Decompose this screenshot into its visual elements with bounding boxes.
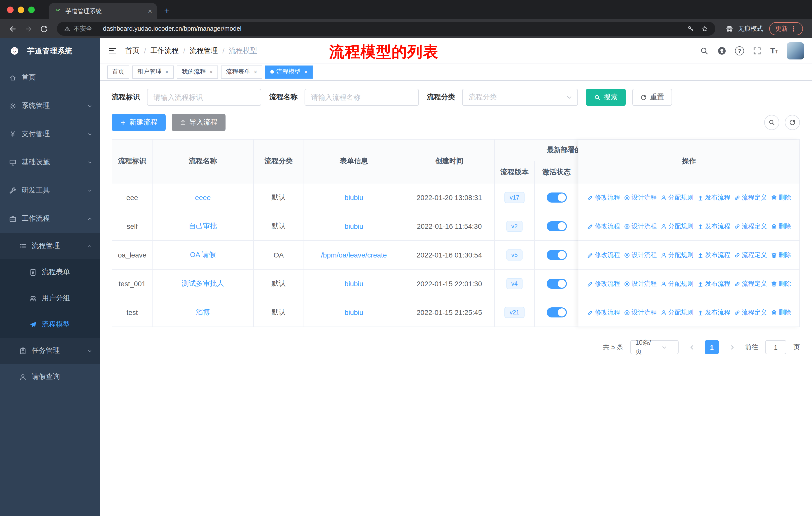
active-status-toggle[interactable]: [547, 307, 567, 318]
form-info-link[interactable]: biubiu: [345, 193, 364, 201]
help-icon[interactable]: ?: [735, 46, 744, 55]
search-button[interactable]: 搜索: [586, 89, 626, 106]
process-name-link[interactable]: eeee: [195, 193, 211, 201]
action-definition-link[interactable]: 流程定义: [734, 308, 767, 317]
sidebar-item-leave-query[interactable]: 请假查询: [0, 364, 100, 390]
window-maximize-button[interactable]: [28, 6, 35, 13]
action-delete-link[interactable]: 删除: [771, 222, 791, 230]
prev-page-button[interactable]: [686, 340, 698, 354]
process-name-link[interactable]: OA 请假: [190, 250, 216, 260]
tag-my-process[interactable]: 我的流程 ×: [177, 65, 218, 78]
action-design-link[interactable]: 设计流程: [624, 308, 657, 317]
refresh-table-button[interactable]: [785, 115, 800, 130]
process-category-select[interactable]: 流程分类: [462, 89, 578, 106]
update-button[interactable]: 更新 ⋮: [769, 22, 803, 35]
action-edit-link[interactable]: 修改流程: [587, 251, 620, 259]
action-delete-link[interactable]: 删除: [771, 251, 791, 259]
sidebar-item-user-group[interactable]: 用户分组: [0, 285, 100, 311]
action-definition-link[interactable]: 流程定义: [734, 193, 767, 202]
action-definition-link[interactable]: 流程定义: [734, 251, 767, 259]
action-assign-link[interactable]: 分配规则: [660, 193, 693, 202]
tab-close-icon[interactable]: ×: [148, 7, 152, 15]
action-design-link[interactable]: 设计流程: [624, 279, 657, 288]
close-icon[interactable]: ×: [254, 68, 257, 75]
search-icon[interactable]: [700, 46, 709, 55]
process-name-link[interactable]: 测试多审批人: [182, 279, 224, 288]
action-edit-link[interactable]: 修改流程: [587, 193, 620, 202]
sidebar-item-workflow[interactable]: 工作流程: [0, 205, 100, 233]
action-definition-link[interactable]: 流程定义: [734, 222, 767, 230]
action-assign-link[interactable]: 分配规则: [660, 251, 693, 259]
window-close-button[interactable]: [7, 6, 13, 13]
new-tab-button[interactable]: +: [164, 5, 170, 17]
toggle-search-button[interactable]: [764, 115, 779, 130]
action-publish-link[interactable]: 发布流程: [697, 251, 730, 259]
action-design-link[interactable]: 设计流程: [624, 193, 657, 202]
reset-button[interactable]: 重置: [632, 89, 672, 106]
back-icon[interactable]: [8, 24, 17, 33]
active-status-toggle[interactable]: [547, 250, 567, 260]
process-key-input[interactable]: [147, 89, 261, 106]
github-icon[interactable]: [717, 46, 726, 55]
action-delete-link[interactable]: 删除: [771, 308, 791, 317]
action-edit-link[interactable]: 修改流程: [587, 222, 620, 230]
tag-process-model[interactable]: 流程模型 ×: [265, 65, 313, 78]
security-label[interactable]: 不安全: [74, 24, 92, 33]
goto-page-input[interactable]: [765, 340, 786, 354]
password-key-icon[interactable]: [687, 25, 694, 32]
action-design-link[interactable]: 设计流程: [624, 222, 657, 230]
reload-icon[interactable]: [40, 24, 48, 33]
sidebar-item-system-management[interactable]: 系统管理: [0, 92, 100, 120]
process-name-link[interactable]: 自己审批: [189, 222, 217, 231]
active-status-toggle[interactable]: [547, 192, 567, 202]
tag-home[interactable]: 首页: [107, 65, 129, 78]
next-page-button[interactable]: [726, 340, 738, 354]
action-assign-link[interactable]: 分配规则: [660, 308, 693, 317]
action-assign-link[interactable]: 分配规则: [660, 222, 693, 230]
font-size-icon[interactable]: TT: [770, 47, 778, 55]
action-assign-link[interactable]: 分配规则: [660, 279, 693, 288]
form-info-link[interactable]: biubiu: [345, 280, 364, 288]
action-delete-link[interactable]: 删除: [771, 193, 791, 202]
url-text[interactable]: dashboard.yudao.iocoder.cn/bpm/manager/m…: [103, 25, 241, 32]
sidebar-item-home[interactable]: 首页: [0, 63, 100, 92]
sidebar-item-infrastructure[interactable]: 基础设施: [0, 148, 100, 176]
hamburger-icon[interactable]: [108, 46, 117, 55]
sidebar-logo[interactable]: 芋道管理系统: [0, 38, 100, 63]
process-name-link[interactable]: 滔博: [196, 308, 210, 317]
sidebar-item-process-model[interactable]: 流程模型: [0, 311, 100, 337]
import-process-button[interactable]: 导入流程: [172, 114, 226, 131]
tag-process-form[interactable]: 流程表单 ×: [221, 65, 262, 78]
close-icon[interactable]: ×: [304, 68, 308, 75]
bookmark-star-icon[interactable]: [701, 25, 708, 32]
active-status-toggle[interactable]: [547, 221, 567, 231]
breadcrumb-workflow[interactable]: 工作流程: [150, 46, 179, 55]
page-size-select[interactable]: 10条/页: [630, 340, 678, 354]
page-button-1[interactable]: 1: [705, 340, 719, 354]
breadcrumb-process-management[interactable]: 流程管理: [190, 46, 218, 55]
window-minimize-button[interactable]: [18, 6, 24, 13]
action-publish-link[interactable]: 发布流程: [697, 193, 730, 202]
sidebar-item-process-management[interactable]: 流程管理: [0, 233, 100, 259]
action-publish-link[interactable]: 发布流程: [697, 279, 730, 288]
address-bar[interactable]: 不安全 dashboard.yudao.iocoder.cn/bpm/manag…: [57, 22, 715, 36]
process-name-input[interactable]: [304, 89, 419, 106]
create-process-button[interactable]: 新建流程: [112, 114, 166, 131]
action-definition-link[interactable]: 流程定义: [734, 279, 767, 288]
form-info-link[interactable]: /bpm/oa/leave/create: [321, 251, 387, 259]
action-edit-link[interactable]: 修改流程: [587, 279, 620, 288]
sidebar-item-task-management[interactable]: 任务管理: [0, 337, 100, 364]
close-icon[interactable]: ×: [209, 68, 213, 75]
form-info-link[interactable]: biubiu: [345, 308, 364, 317]
active-status-toggle[interactable]: [547, 279, 567, 289]
forward-icon[interactable]: [24, 24, 33, 33]
sidebar-item-payment-management[interactable]: 支付管理: [0, 120, 100, 148]
action-edit-link[interactable]: 修改流程: [587, 308, 620, 317]
user-avatar[interactable]: [787, 42, 804, 59]
tag-tenant-management[interactable]: 租户管理 ×: [133, 65, 174, 78]
sidebar-item-process-form[interactable]: 流程表单: [0, 259, 100, 285]
sidebar-item-dev-tools[interactable]: 研发工具: [0, 176, 100, 205]
browser-menu-icon[interactable]: ⋮: [790, 25, 797, 33]
fullscreen-icon[interactable]: [753, 46, 762, 55]
action-publish-link[interactable]: 发布流程: [697, 308, 730, 317]
